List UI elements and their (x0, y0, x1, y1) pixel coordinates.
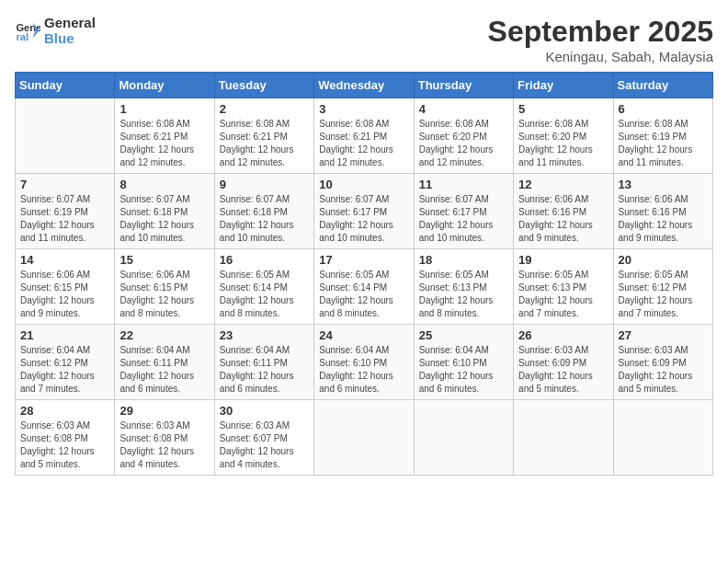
calendar-cell: 3Sunrise: 6:08 AM Sunset: 6:21 PM Daylig… (314, 98, 414, 174)
day-info: Sunrise: 6:06 AM Sunset: 6:16 PM Dayligh… (619, 193, 708, 245)
day-number: 23 (220, 328, 309, 342)
day-number: 21 (20, 328, 109, 342)
day-info: Sunrise: 6:03 AM Sunset: 6:09 PM Dayligh… (518, 344, 608, 396)
calendar-cell: 7Sunrise: 6:07 AM Sunset: 6:19 PM Daylig… (16, 174, 115, 249)
calendar-cell: 2Sunrise: 6:08 AM Sunset: 6:21 PM Daylig… (214, 98, 313, 174)
calendar-cell: 27Sunrise: 6:03 AM Sunset: 6:09 PM Dayli… (613, 325, 712, 400)
month-title: September 2025 (488, 15, 713, 49)
calendar-cell: 9Sunrise: 6:07 AM Sunset: 6:18 PM Daylig… (214, 174, 313, 249)
calendar-cell: 18Sunrise: 6:05 AM Sunset: 6:13 PM Dayli… (414, 249, 513, 325)
day-info: Sunrise: 6:04 AM Sunset: 6:11 PM Dayligh… (220, 344, 309, 396)
calendar-cell (314, 400, 414, 476)
header-wednesday: Wednesday (314, 73, 414, 98)
header-friday: Friday (514, 73, 613, 98)
day-number: 11 (419, 178, 508, 191)
day-number: 28 (20, 404, 109, 418)
day-info: Sunrise: 6:04 AM Sunset: 6:10 PM Dayligh… (319, 344, 408, 396)
day-info: Sunrise: 6:07 AM Sunset: 6:18 PM Dayligh… (119, 193, 209, 245)
calendar-cell: 12Sunrise: 6:06 AM Sunset: 6:16 PM Dayli… (514, 174, 613, 249)
day-info: Sunrise: 6:03 AM Sunset: 6:08 PM Dayligh… (20, 419, 109, 471)
day-number: 14 (20, 253, 109, 267)
calendar-cell: 24Sunrise: 6:04 AM Sunset: 6:10 PM Dayli… (314, 325, 414, 400)
day-info: Sunrise: 6:08 AM Sunset: 6:21 PM Dayligh… (319, 118, 408, 169)
day-number: 3 (319, 102, 408, 116)
day-info: Sunrise: 6:03 AM Sunset: 6:08 PM Dayligh… (119, 419, 209, 471)
day-number: 10 (319, 178, 408, 191)
calendar-cell (613, 400, 712, 476)
calendar-cell: 20Sunrise: 6:05 AM Sunset: 6:12 PM Dayli… (613, 249, 712, 325)
day-info: Sunrise: 6:04 AM Sunset: 6:10 PM Dayligh… (419, 344, 508, 396)
day-number: 7 (20, 178, 109, 191)
day-info: Sunrise: 6:07 AM Sunset: 6:18 PM Dayligh… (220, 193, 309, 245)
day-number: 17 (319, 253, 408, 267)
day-info: Sunrise: 6:06 AM Sunset: 6:15 PM Dayligh… (119, 269, 209, 320)
calendar-cell: 22Sunrise: 6:04 AM Sunset: 6:11 PM Dayli… (115, 325, 214, 400)
day-number: 5 (518, 102, 608, 116)
calendar-week-row: 21Sunrise: 6:04 AM Sunset: 6:12 PM Dayli… (16, 325, 713, 400)
day-info: Sunrise: 6:08 AM Sunset: 6:21 PM Dayligh… (220, 118, 309, 169)
day-number: 2 (220, 102, 309, 116)
day-info: Sunrise: 6:05 AM Sunset: 6:13 PM Dayligh… (419, 269, 508, 320)
calendar-cell (414, 400, 513, 476)
calendar-cell (514, 400, 613, 476)
calendar-cell: 19Sunrise: 6:05 AM Sunset: 6:13 PM Dayli… (514, 249, 613, 325)
day-info: Sunrise: 6:05 AM Sunset: 6:14 PM Dayligh… (319, 269, 408, 320)
day-number: 8 (119, 178, 209, 191)
day-info: Sunrise: 6:06 AM Sunset: 6:15 PM Dayligh… (20, 269, 109, 320)
day-info: Sunrise: 6:08 AM Sunset: 6:21 PM Dayligh… (119, 118, 209, 169)
day-number: 16 (220, 253, 309, 267)
header-tuesday: Tuesday (214, 73, 313, 98)
header-thursday: Thursday (414, 73, 513, 98)
header-saturday: Saturday (613, 73, 712, 98)
calendar-cell: 17Sunrise: 6:05 AM Sunset: 6:14 PM Dayli… (314, 249, 414, 325)
calendar-cell: 15Sunrise: 6:06 AM Sunset: 6:15 PM Dayli… (115, 249, 214, 325)
day-number: 1 (119, 102, 209, 116)
day-number: 29 (119, 404, 209, 418)
day-number: 26 (518, 328, 608, 342)
calendar-cell: 13Sunrise: 6:06 AM Sunset: 6:16 PM Dayli… (613, 174, 712, 249)
calendar-week-row: 14Sunrise: 6:06 AM Sunset: 6:15 PM Dayli… (16, 249, 713, 325)
day-info: Sunrise: 6:08 AM Sunset: 6:20 PM Dayligh… (518, 118, 608, 169)
calendar-cell: 28Sunrise: 6:03 AM Sunset: 6:08 PM Dayli… (16, 400, 115, 476)
calendar-cell: 16Sunrise: 6:05 AM Sunset: 6:14 PM Dayli… (214, 249, 313, 325)
title-block: September 2025 Keningau, Sabah, Malaysia (488, 15, 713, 64)
day-info: Sunrise: 6:03 AM Sunset: 6:07 PM Dayligh… (220, 419, 309, 471)
logo-line2: Blue (44, 30, 96, 46)
calendar-cell: 23Sunrise: 6:04 AM Sunset: 6:11 PM Dayli… (214, 325, 313, 400)
day-number: 22 (119, 328, 209, 342)
day-number: 18 (419, 253, 508, 267)
day-number: 4 (419, 102, 508, 116)
calendar-week-row: 28Sunrise: 6:03 AM Sunset: 6:08 PM Dayli… (16, 400, 713, 476)
day-number: 13 (619, 178, 708, 191)
calendar-cell (16, 98, 115, 174)
calendar-cell: 21Sunrise: 6:04 AM Sunset: 6:12 PM Dayli… (16, 325, 115, 400)
day-number: 30 (220, 404, 309, 418)
calendar-cell: 1Sunrise: 6:08 AM Sunset: 6:21 PM Daylig… (115, 98, 214, 174)
location: Keningau, Sabah, Malaysia (488, 49, 713, 64)
calendar-cell: 8Sunrise: 6:07 AM Sunset: 6:18 PM Daylig… (115, 174, 214, 249)
calendar-cell: 30Sunrise: 6:03 AM Sunset: 6:07 PM Dayli… (214, 400, 313, 476)
calendar-cell: 26Sunrise: 6:03 AM Sunset: 6:09 PM Dayli… (514, 325, 613, 400)
calendar-week-row: 1Sunrise: 6:08 AM Sunset: 6:21 PM Daylig… (16, 98, 713, 174)
day-info: Sunrise: 6:06 AM Sunset: 6:16 PM Dayligh… (518, 193, 608, 245)
day-info: Sunrise: 6:05 AM Sunset: 6:12 PM Dayligh… (619, 269, 708, 320)
day-info: Sunrise: 6:08 AM Sunset: 6:19 PM Dayligh… (619, 118, 708, 169)
day-number: 20 (619, 253, 708, 267)
day-info: Sunrise: 6:03 AM Sunset: 6:09 PM Dayligh… (619, 344, 708, 396)
day-info: Sunrise: 6:07 AM Sunset: 6:17 PM Dayligh… (319, 193, 408, 245)
day-info: Sunrise: 6:04 AM Sunset: 6:12 PM Dayligh… (20, 344, 109, 396)
day-info: Sunrise: 6:04 AM Sunset: 6:11 PM Dayligh… (119, 344, 209, 396)
calendar-cell: 4Sunrise: 6:08 AM Sunset: 6:20 PM Daylig… (414, 98, 513, 174)
day-number: 25 (419, 328, 508, 342)
day-number: 24 (319, 328, 408, 342)
calendar-cell: 5Sunrise: 6:08 AM Sunset: 6:20 PM Daylig… (514, 98, 613, 174)
svg-text:ral: ral (16, 31, 28, 42)
calendar-cell: 6Sunrise: 6:08 AM Sunset: 6:19 PM Daylig… (613, 98, 712, 174)
calendar-table: SundayMondayTuesdayWednesdayThursdayFrid… (15, 72, 713, 476)
calendar-header-row: SundayMondayTuesdayWednesdayThursdayFrid… (16, 73, 713, 98)
calendar-cell: 29Sunrise: 6:03 AM Sunset: 6:08 PM Dayli… (115, 400, 214, 476)
day-number: 9 (220, 178, 309, 191)
day-number: 19 (518, 253, 608, 267)
header-monday: Monday (115, 73, 214, 98)
day-info: Sunrise: 6:05 AM Sunset: 6:13 PM Dayligh… (518, 269, 608, 320)
